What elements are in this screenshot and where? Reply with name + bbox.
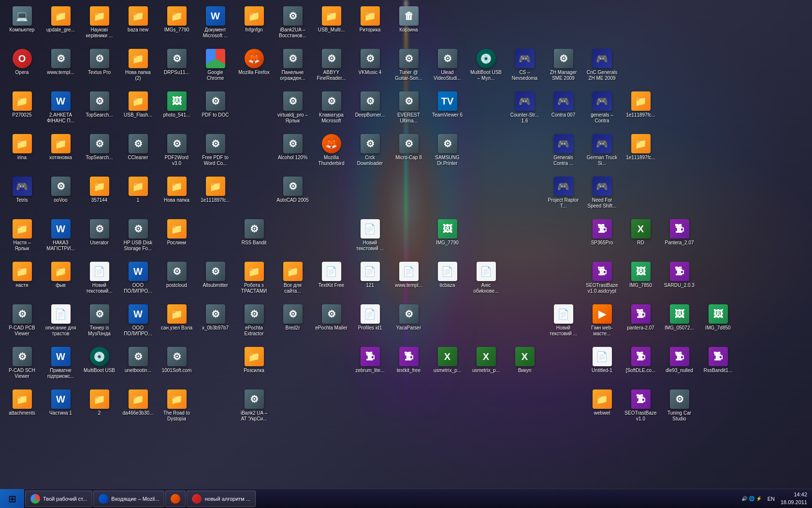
icon-img_7d850[interactable]: 🖼IMG_7d850 — [700, 302, 736, 333]
icon-ibank2ua2[interactable]: ⚙iBank2 UA – АТ 'УкрСи... — [236, 388, 272, 424]
icon-ritorika[interactable]: 📁Риторика — [352, 4, 388, 35]
icon-german_truck[interactable]: 🎮German Truck Si... — [584, 132, 620, 168]
icon-ibank2ua[interactable]: ⚙iBank2UA – Восстанов... — [275, 4, 311, 41]
icon-untitled1[interactable]: 📄Untitled-1 — [584, 345, 620, 375]
icon-121[interactable]: 📄121 — [352, 260, 388, 290]
icon-rosliny[interactable]: 📁Рослини — [159, 217, 195, 248]
icon-multiboot[interactable]: 💿MultiBoot USB – Мул... — [468, 47, 504, 83]
icon-softdle[interactable]: 🗜[SoftDLE.co... — [623, 345, 659, 375]
icon-bred2r[interactable]: ⚙Bred2r — [275, 302, 311, 333]
icon-rassylka[interactable]: 📁Розсилка — [236, 345, 272, 375]
icon-novyi_txt1[interactable]: 📄Новий текстовий ... — [352, 217, 388, 254]
icon-ulead[interactable]: ⚙Ulead VideoStudi... — [429, 47, 465, 83]
icon-nakaz[interactable]: WНАКАЗ МАГІСТРИ... — [43, 217, 79, 254]
icon-ticbaza[interactable]: 📄ticbaza — [429, 260, 465, 290]
icon-cs_nevsedoma[interactable]: 🎮CS – Nevsedoma — [507, 47, 543, 83]
icon-nova_papka2[interactable]: 📁Нова папка (2) — [120, 47, 156, 83]
icon-contra007[interactable]: 🎮Contra 007 — [545, 90, 581, 120]
icon-pryvatne[interactable]: WПриватне підприємс... — [43, 345, 79, 381]
icon-thunderbird[interactable]: 🦊Mozilla Thunderbird — [313, 132, 349, 168]
taskbar-item-mozilla[interactable]: Входящие – Mozil... — [93, 491, 164, 507]
icon-allsubmitter[interactable]: ⚙Allsubmitter — [197, 260, 233, 290]
icon-crck_downloader[interactable]: ⚙Crck Downloader — [352, 132, 388, 168]
icon-dokument[interactable]: WДокумент Microsoft ... — [197, 4, 233, 41]
icon-vse_dlya_saita[interactable]: 📁Все для сайта... — [275, 260, 311, 296]
icon-google_chrome[interactable]: Google Chrome — [197, 47, 233, 83]
icon-dle93_nulled[interactable]: 🗜dle93_nulled — [661, 345, 697, 375]
taskbar-item-ff[interactable] — [165, 491, 186, 507]
icon-1e111897fc3[interactable]: 📁1e111897fc... — [197, 175, 233, 205]
icon-1001soft[interactable]: ⚙1001Soft.com — [159, 345, 195, 375]
icon-usmetrix_p2[interactable]: Xusmetrix_p... — [468, 345, 504, 375]
icon-gimn_web[interactable]: ▶Гімн web-масте... — [584, 302, 620, 339]
icon-num1[interactable]: 📁1 — [120, 175, 156, 205]
icon-zebrum_lite[interactable]: 🗜zebrum_lite... — [352, 345, 388, 375]
language-indicator[interactable]: EN — [766, 496, 777, 502]
icon-tetris[interactable]: 🎮Tetris — [4, 175, 40, 205]
icon-deepburner[interactable]: ⚙DeepBurner... — [352, 90, 388, 120]
icon-pcad_pcb[interactable]: ⚙P-CAD PCB Viewer — [4, 302, 40, 339]
icon-irina[interactable]: 📁irina — [4, 132, 40, 163]
icon-userator[interactable]: ⚙Userator — [81, 217, 117, 248]
icon-webwel[interactable]: 📁webwel — [584, 388, 620, 418]
icon-cnc_generals[interactable]: 🎮CnC Generals ZH ME 2009 — [584, 47, 620, 83]
icon-rabota_trastam[interactable]: 📁Робота з ТРАСТАМИ — [236, 260, 272, 296]
icon-hotyanovka[interactable]: 📁хотяновка — [43, 132, 79, 163]
icon-textkit_free2[interactable]: 🗜textkit_free — [391, 345, 427, 375]
icon-tyuner_muzl[interactable]: ⚙Тюнер із МузЛэнда — [81, 302, 117, 339]
icon-sanuzel[interactable]: 📁сан.узел Вэла — [159, 302, 195, 333]
icon-nastya2[interactable]: 📁настя — [4, 260, 40, 290]
icon-p270025[interactable]: 📁P270025 — [4, 90, 40, 120]
icon-vkmusic4[interactable]: ⚙VKMusic 4 — [352, 47, 388, 77]
taskbar-item-opera[interactable]: новый алгоритм ... — [187, 491, 256, 507]
icon-ooo_polipro1[interactable]: WООО ПОЛИПРО... — [120, 260, 156, 296]
icon-mozilla_firefox[interactable]: 🦊Mozilla Firefox — [236, 47, 272, 77]
icon-pdf_to_doc[interactable]: ⚙PDF to DOC — [197, 90, 233, 120]
icon-anis[interactable]: 📄Аніс обиkнове... — [468, 260, 504, 296]
icon-rssbandit1[interactable]: 🗜RssBandit1... — [700, 345, 736, 375]
icon-autocad2005[interactable]: ⚙AutoCAD 2005 — [275, 175, 311, 205]
icon-img_05072[interactable]: 🖼IMG_05072... — [661, 302, 697, 333]
icon-novyi_txt2[interactable]: 📄Новий текстовий... — [81, 260, 117, 296]
icon-seo_trastbaze2[interactable]: 🗜SEOTrastBaze v1.0 — [623, 388, 659, 424]
icon-img_7850[interactable]: 🖼IMG_7850 — [623, 260, 659, 290]
icon-hp_usb[interactable]: ⚙HP USB Disk Storage Fo... — [120, 217, 156, 254]
icon-x0b3b97b7[interactable]: ⚙x_0b3b97b7 — [197, 302, 233, 333]
icon-baza_new[interactable]: 📁baza new — [120, 4, 156, 35]
icon-www_templ[interactable]: ⚙www.templ... — [43, 47, 79, 77]
icon-generals_contra[interactable]: 🎮generals – Contra — [584, 90, 620, 126]
icon-novyi_txt3[interactable]: 📄Новий текстовий ... — [545, 302, 581, 339]
icon-oovoo[interactable]: ⚙ooVoo — [43, 175, 79, 205]
icon-fyv[interactable]: 📁фыв — [43, 260, 79, 290]
icon-rd[interactable]: XRD — [623, 217, 659, 248]
icon-usb_multi[interactable]: 📁USB_Multi... — [313, 4, 349, 35]
icon-attachments[interactable]: 📁attachments — [4, 388, 40, 418]
icon-topsearch2[interactable]: ⚙TopSearch... — [81, 132, 117, 163]
icon-fnfgnfgn[interactable]: 📁fnfgnfgn — [236, 4, 272, 35]
icon-da466e[interactable]: 📁da466e3b30... — [120, 388, 156, 418]
icon-need_for_speed[interactable]: 🎮Need For Speed Shift... — [584, 175, 620, 211]
icon-nova_papka[interactable]: 📁Нова папка — [159, 175, 195, 205]
icon-microcap8[interactable]: ⚙Micro-Cap 8 — [391, 132, 427, 163]
taskbar-item-chrome[interactable]: Твой рабочий ст... — [25, 491, 92, 507]
icon-postcloud[interactable]: ⚙postcloud — [159, 260, 195, 290]
icon-generals_contra2[interactable]: 🎮Generals Contra ... — [545, 132, 581, 168]
icon-road_dystopia[interactable]: 📁The Road to Dystopia — [159, 388, 195, 424]
icon-epochta_ext[interactable]: ⚙ePochta Extractor — [236, 302, 272, 339]
icon-imgs_7790[interactable]: 📁IMGs_7790 — [159, 4, 195, 35]
icon-computer[interactable]: 💻Компьютер — [4, 4, 40, 35]
icon-virtualdj[interactable]: ⚙virtualdj_pro – Ярлык — [275, 90, 311, 126]
icon-naukovi[interactable]: 📁Наукові керівники ... — [81, 4, 117, 41]
icon-1e111897fc1[interactable]: 📁1e111897fc... — [623, 90, 659, 120]
start-button[interactable]: ⊞ — [0, 489, 24, 508]
icon-pantera207[interactable]: 🗜Pantera_2.07 — [661, 217, 697, 248]
icon-www_templ2[interactable]: 📄www.templ... — [391, 260, 427, 290]
icon-pantera207b[interactable]: 🗜pantera-2.07 — [623, 302, 659, 333]
icon-ccleaner[interactable]: ⚙CCleaner — [120, 132, 156, 163]
icon-yacaparser[interactable]: ⚙YacaParser — [391, 302, 427, 333]
icon-topsearch1[interactable]: ⚙TopSearch... — [81, 90, 117, 120]
icon-pcad_sch[interactable]: ⚙P-CAD SCH Viewer — [4, 345, 40, 381]
icon-korzina[interactable]: 🗑Корзина — [391, 4, 427, 35]
icon-textkit_free[interactable]: 📄TextKit Free — [313, 260, 349, 290]
icon-alcohol[interactable]: ⚙Alcohol 120% — [275, 132, 311, 163]
